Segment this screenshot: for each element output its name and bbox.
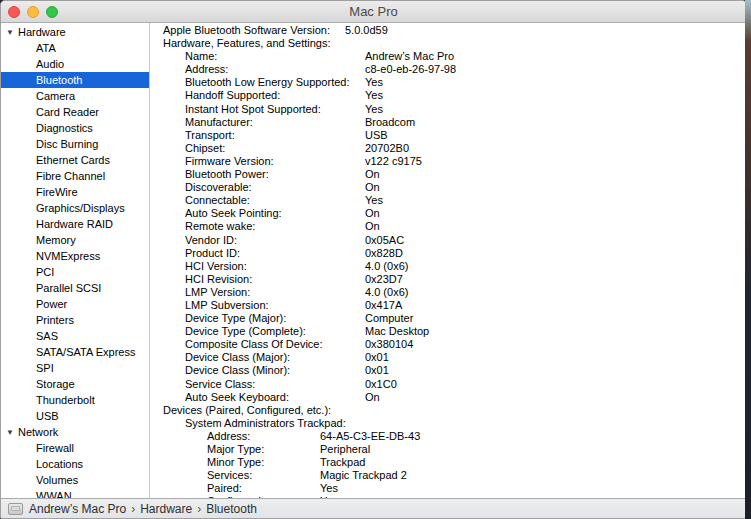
info-row: Paired:Yes <box>150 482 746 495</box>
sidebar-item-sata-sata-express[interactable]: SATA/SATA Express <box>1 344 149 360</box>
info-section-header: Hardware, Features, and Settings: <box>150 37 746 50</box>
info-value: 0x1C0 <box>365 378 397 391</box>
sidebar-item-label: Network <box>18 426 58 438</box>
info-value: 0x23D7 <box>365 273 403 286</box>
sidebar-item-ata[interactable]: ATA <box>1 40 149 56</box>
info-label: Composite Class Of Device: <box>185 338 365 351</box>
info-label: Bluetooth Low Energy Supported: <box>185 76 365 89</box>
sidebar-item-hardware-raid[interactable]: Hardware RAID <box>1 216 149 232</box>
sidebar-item-firewire[interactable]: FireWire <box>1 184 149 200</box>
sidebar-item-graphics-displays[interactable]: Graphics/Displays <box>1 200 149 216</box>
sidebar-item-usb[interactable]: USB <box>1 408 149 424</box>
info-row: Instant Hot Spot Supported:Yes <box>150 103 746 116</box>
info-label: System Administrators Trackpad: <box>185 417 346 430</box>
sidebar-item-label: SPI <box>36 362 54 374</box>
info-row: Bluetooth Power:On <box>150 168 746 181</box>
info-row: Manufacturer:Broadcom <box>150 116 746 129</box>
sidebar-item-label: Volumes <box>36 474 78 486</box>
sidebar-item-label: Disc Burning <box>36 138 98 150</box>
info-value: c8-e0-eb-26-97-98 <box>365 63 456 76</box>
title-bar[interactable]: Mac Pro <box>1 1 746 23</box>
desktop-wallpaper-strip <box>745 0 751 519</box>
info-row: Name:Andrew’s Mac Pro <box>150 50 746 63</box>
info-row: Address:c8-e0-eb-26-97-98 <box>150 63 746 76</box>
info-label: Handoff Supported: <box>185 89 365 102</box>
zoom-button[interactable] <box>46 6 58 18</box>
sidebar-item-parallel-scsi[interactable]: Parallel SCSI <box>1 280 149 296</box>
sidebar-item-label: Fibre Channel <box>36 170 105 182</box>
breadcrumb-item-andrew-s-mac-pro[interactable]: Andrew’s Mac Pro <box>29 502 126 516</box>
sidebar-item-diagnostics[interactable]: Diagnostics <box>1 120 149 136</box>
sidebar-item-label: NVMExpress <box>36 250 100 262</box>
info-row: HCI Version:4.0 (0x6) <box>150 260 746 273</box>
info-value: 4.0 (0x6) <box>365 260 408 273</box>
sidebar-item-label: Hardware RAID <box>36 218 113 230</box>
sidebar-item-network[interactable]: ▼Network <box>1 424 149 440</box>
sidebar-item-camera[interactable]: Camera <box>1 88 149 104</box>
info-label: Device Class (Major): <box>185 351 365 364</box>
sidebar[interactable]: ▼HardwareATAAudioBluetoothCameraCard Rea… <box>1 23 150 498</box>
sidebar-item-thunderbolt[interactable]: Thunderbolt <box>1 392 149 408</box>
sidebar-item-wwan[interactable]: WWAN <box>1 488 149 498</box>
info-row: Firmware Version:v122 c9175 <box>150 155 746 168</box>
window-title: Mac Pro <box>1 1 746 22</box>
content-pane[interactable]: Apple Bluetooth Software Version:5.0.0d5… <box>150 23 746 498</box>
sidebar-item-storage[interactable]: Storage <box>1 376 149 392</box>
breadcrumb-separator: › <box>131 502 135 516</box>
sidebar-item-disc-burning[interactable]: Disc Burning <box>1 136 149 152</box>
info-value: On <box>365 220 380 233</box>
sidebar-item-bluetooth[interactable]: Bluetooth <box>1 72 149 88</box>
close-button[interactable] <box>8 6 20 18</box>
sidebar-item-label: Diagnostics <box>36 122 93 134</box>
sidebar-item-card-reader[interactable]: Card Reader <box>1 104 149 120</box>
sidebar-item-pci[interactable]: PCI <box>1 264 149 280</box>
info-value: 0x380104 <box>365 338 413 351</box>
info-value: Peripheral <box>320 443 370 456</box>
info-row: Discoverable:On <box>150 181 746 194</box>
sidebar-item-locations[interactable]: Locations <box>1 456 149 472</box>
info-value: On <box>365 207 380 220</box>
info-row: Auto Seek Pointing:On <box>150 207 746 220</box>
sidebar-item-power[interactable]: Power <box>1 296 149 312</box>
breadcrumb-item-bluetooth[interactable]: Bluetooth <box>206 502 257 516</box>
sidebar-item-label: Card Reader <box>36 106 99 118</box>
sidebar-item-label: ATA <box>36 42 56 54</box>
disclosure-triangle-icon[interactable]: ▼ <box>6 25 18 41</box>
info-label: Chipset: <box>185 142 365 155</box>
sidebar-item-nvmexpress[interactable]: NVMExpress <box>1 248 149 264</box>
info-value: Broadcom <box>365 116 415 129</box>
breadcrumb-item-hardware[interactable]: Hardware <box>140 502 192 516</box>
info-row: Auto Seek Keyboard:On <box>150 391 746 404</box>
sidebar-item-label: Locations <box>36 458 83 470</box>
main-area: ▼HardwareATAAudioBluetoothCameraCard Rea… <box>1 23 746 498</box>
sidebar-item-label: WWAN <box>36 490 72 498</box>
info-row: Minor Type:Trackpad <box>150 456 746 469</box>
info-label: Firmware Version: <box>185 155 365 168</box>
info-value: Yes <box>365 103 383 116</box>
minimize-button[interactable] <box>27 6 39 18</box>
info-label: HCI Revision: <box>185 273 365 286</box>
status-bar: Andrew’s Mac Pro›Hardware›Bluetooth <box>1 498 746 518</box>
info-label: Remote wake: <box>185 220 365 233</box>
info-value: On <box>365 391 380 404</box>
info-label: Instant Hot Spot Supported: <box>185 103 365 116</box>
sidebar-item-memory[interactable]: Memory <box>1 232 149 248</box>
sidebar-item-fibre-channel[interactable]: Fibre Channel <box>1 168 149 184</box>
info-label: Apple Bluetooth Software Version: <box>163 24 345 37</box>
sidebar-item-sas[interactable]: SAS <box>1 328 149 344</box>
info-label: Devices (Paired, Configured, etc.): <box>163 404 331 417</box>
disclosure-triangle-icon[interactable]: ▼ <box>6 425 18 441</box>
computer-icon <box>8 503 23 515</box>
sidebar-item-label: Audio <box>36 58 64 70</box>
traffic-lights <box>8 6 58 18</box>
sidebar-item-printers[interactable]: Printers <box>1 312 149 328</box>
sidebar-item-hardware[interactable]: ▼Hardware <box>1 24 149 40</box>
sidebar-item-label: PCI <box>36 266 54 278</box>
info-value: USB <box>365 129 388 142</box>
sidebar-item-volumes[interactable]: Volumes <box>1 472 149 488</box>
sidebar-item-audio[interactable]: Audio <box>1 56 149 72</box>
info-label: HCI Version: <box>185 260 365 273</box>
sidebar-item-firewall[interactable]: Firewall <box>1 440 149 456</box>
sidebar-item-spi[interactable]: SPI <box>1 360 149 376</box>
sidebar-item-ethernet-cards[interactable]: Ethernet Cards <box>1 152 149 168</box>
